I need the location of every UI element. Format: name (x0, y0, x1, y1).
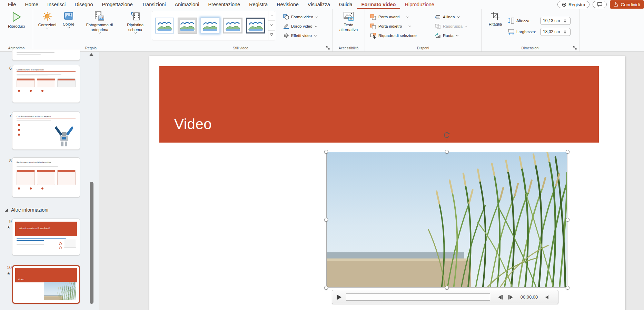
video-border-icon (283, 23, 289, 29)
robot-graphic (53, 125, 75, 147)
resize-handle-bottom-center[interactable] (445, 286, 449, 290)
reset-design-button[interactable]: Ripristina schema (122, 9, 149, 43)
rotation-handle-line (447, 139, 447, 151)
resize-handle-bottom-right[interactable] (566, 286, 569, 290)
gallery-scroll-down-button[interactable] (268, 21, 275, 30)
tab-registra[interactable]: Registra (245, 0, 272, 9)
slide-thumbnail-9[interactable]: Altre domande su PowerPoint? (12, 219, 80, 255)
slide-number-6: 6 (3, 66, 12, 71)
next-frame-button[interactable] (505, 294, 516, 300)
video-style-thumb-3[interactable] (200, 18, 220, 33)
previous-frame-icon (498, 294, 503, 300)
tab-formato-video[interactable]: Formato video (357, 0, 400, 9)
video-play-button[interactable] (332, 294, 346, 300)
tab-visualizza[interactable]: Visualizza (303, 0, 335, 9)
video-style-thumb-1[interactable] (155, 18, 174, 33)
record-button[interactable]: Registra (557, 1, 589, 8)
corrections-button[interactable]: Correzioni (36, 9, 59, 43)
align-button[interactable]: Allinea (433, 12, 477, 21)
resize-handle-middle-right[interactable] (566, 218, 569, 222)
video-time-display: 00:00,00 (516, 294, 543, 300)
video-border-button[interactable]: Bordo video (281, 22, 319, 31)
record-icon (562, 2, 566, 7)
tab-transizioni[interactable]: Transizioni (137, 0, 170, 9)
gallery-more-button[interactable] (268, 31, 275, 40)
crop-button[interactable]: Ritaglia (485, 9, 506, 43)
slide-title-text[interactable]: Video (174, 116, 212, 133)
poster-frame-button[interactable]: Fotogramma di anteprima (79, 9, 121, 43)
video-style-thumb-5[interactable] (246, 18, 265, 33)
tab-riproduzione[interactable]: Riproduzione (400, 0, 438, 9)
tab-disegno[interactable]: Disegno (70, 0, 97, 9)
chevron-down-icon (406, 15, 408, 18)
play-icon (10, 11, 22, 22)
comment-icon (597, 2, 602, 7)
tab-presentazione[interactable]: Presentazione (204, 0, 245, 9)
gallery-scroll-up-button[interactable] (268, 11, 275, 21)
selected-video-object[interactable] (326, 152, 567, 288)
comments-button[interactable] (593, 1, 607, 8)
thumbnail-scrollbar[interactable] (88, 52, 95, 310)
video-effects-button[interactable]: Effetti video (281, 31, 319, 40)
slide-thumbnail-10-selected[interactable]: Video (12, 265, 80, 304)
color-button[interactable]: Colore (60, 9, 77, 43)
slide-9-mini-title: Altre domande su PowerPoint? (15, 222, 77, 231)
section-header-altre-informazioni[interactable]: Altre informazioni (5, 207, 48, 213)
tab-inserisci[interactable]: Inserisci (43, 0, 70, 9)
video-shape-button[interactable]: Forma video (281, 12, 319, 21)
play-preview-button[interactable]: Riproduci (8, 9, 25, 43)
bring-forward-button[interactable]: Porta avanti (368, 12, 433, 21)
tab-animazioni[interactable]: Animazioni (170, 0, 204, 9)
rotation-handle[interactable] (443, 132, 450, 139)
video-frame[interactable] (326, 152, 567, 288)
reset-design-label: Ripristina schema (123, 23, 147, 32)
align-icon (435, 14, 441, 20)
width-spinner[interactable] (562, 30, 568, 34)
slide-8-mini-title: Esplora senza uscire dalle diapositive (12, 158, 80, 164)
alt-text-button[interactable]: Testo alternativo (334, 9, 363, 43)
animation-star-icon: ★ (7, 225, 10, 230)
selection-pane-button[interactable]: Riquadro di selezione (368, 31, 433, 40)
slide-title-banner[interactable]: Video (159, 66, 599, 143)
send-backward-button[interactable]: Porta indietro (368, 22, 433, 31)
spinner-down-icon (564, 21, 566, 23)
mute-button[interactable] (543, 294, 553, 300)
group-regola: Correzioni Colore (33, 9, 149, 51)
slide-thumbnail-7[interactable]: Con Aiutami diventi subito un esperto (12, 112, 80, 150)
tab-home[interactable]: Home (20, 0, 43, 9)
resize-handle-bottom-left[interactable] (324, 286, 328, 290)
height-row: Altezza: (508, 17, 571, 25)
video-progress-track[interactable] (346, 293, 490, 301)
share-icon (613, 2, 618, 7)
group-objects-button[interactable]: Raggruppa (433, 22, 477, 31)
video-effects-icon (283, 33, 289, 38)
height-input[interactable] (541, 18, 562, 23)
rotate-button[interactable]: Ruota (433, 31, 477, 40)
slide-7-mini-title: Con Aiutami diventi subito un esperto (12, 112, 80, 118)
video-style-thumb-4[interactable] (223, 18, 242, 33)
tab-revisione[interactable]: Revisione (272, 0, 303, 9)
resize-handle-top-left[interactable] (324, 150, 328, 154)
group-dimensioni: Ritaglia Altezza: Larghezza: (482, 9, 579, 51)
resize-handle-top-center[interactable] (445, 150, 449, 154)
play-media-icon (336, 294, 342, 300)
video-style-thumb-2[interactable] (178, 18, 197, 33)
width-input[interactable] (541, 29, 562, 34)
slide-thumbnail-6[interactable]: Collaborazione in tempo reale (12, 65, 80, 103)
section-collapse-icon (5, 209, 8, 212)
tab-file[interactable]: File (3, 0, 20, 9)
tab-guida[interactable]: Guida (335, 0, 357, 9)
resize-handle-top-right[interactable] (566, 150, 569, 154)
slide-thumbnail-8[interactable]: Esplora senza uscire dalle diapositive (12, 157, 80, 197)
scrollbar-up-icon[interactable] (89, 53, 93, 56)
crop-label: Ritaglia (489, 22, 502, 27)
height-spinner[interactable] (562, 19, 568, 23)
resize-handle-middle-left[interactable] (324, 218, 328, 222)
tab-progettazione[interactable]: Progettazione (97, 0, 137, 9)
group-objects-icon (435, 23, 441, 29)
scrollbar-thumb[interactable] (90, 182, 93, 304)
slide-thumbnail-5-partial[interactable] (12, 49, 80, 61)
previous-frame-button[interactable] (495, 294, 505, 300)
share-button[interactable]: Condividi (610, 0, 644, 9)
height-input-box (540, 17, 571, 25)
